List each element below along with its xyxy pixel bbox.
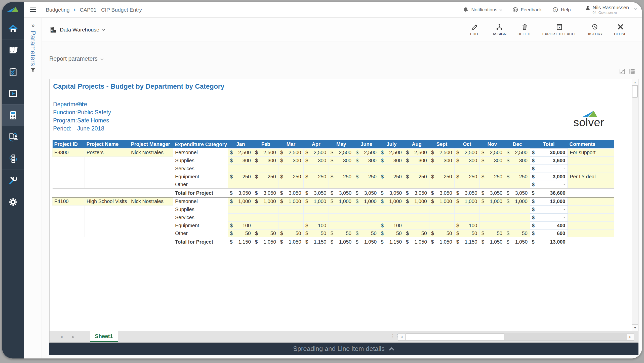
- scroll-left-button[interactable]: ◂: [398, 333, 405, 340]
- meta-value[interactable]: June 2018: [77, 124, 104, 133]
- amount-cell-feb[interactable]: $50: [253, 229, 278, 238]
- amount-cell-apr[interactable]: $1,000: [304, 197, 329, 205]
- amount-cell-aug[interactable]: [404, 221, 429, 229]
- sidebar-item-reports-binders[interactable]: [2, 39, 24, 61]
- amount-cell-dec[interactable]: [505, 164, 530, 173]
- amount-cell-feb[interactable]: $300: [253, 156, 278, 164]
- meta-value[interactable]: Safe Homes: [77, 116, 109, 124]
- amount-cell-apr[interactable]: $50: [304, 229, 329, 238]
- vertical-scrollbar[interactable]: ▲ ▼: [632, 79, 638, 331]
- delete-button[interactable]: DELETE: [517, 23, 532, 36]
- amount-cell-dec[interactable]: [505, 221, 530, 229]
- amount-cell-may[interactable]: [329, 164, 354, 173]
- edit-button[interactable]: EDIT: [467, 23, 482, 36]
- amount-cell-sept[interactable]: $2,500: [429, 148, 455, 156]
- amount-cell-july[interactable]: $50: [379, 229, 404, 238]
- amount-cell-sept[interactable]: $50: [429, 229, 455, 238]
- spreading-details-expander[interactable]: Spreading and Line item details: [49, 343, 638, 355]
- amount-cell-dec[interactable]: [505, 205, 530, 213]
- help-button[interactable]: ? Help: [552, 7, 571, 13]
- grid-view-icon[interactable]: [629, 68, 635, 75]
- amount-cell-apr[interactable]: [304, 181, 329, 189]
- amount-cell-jan[interactable]: $2,500: [228, 148, 253, 156]
- amount-cell-oct[interactable]: $2,500: [455, 148, 480, 156]
- amount-cell-oct[interactable]: $100: [455, 221, 480, 229]
- amount-cell-sept[interactable]: $300: [429, 156, 455, 164]
- amount-cell-nov[interactable]: $2,500: [480, 148, 505, 156]
- comment-cell[interactable]: [568, 213, 614, 221]
- amount-cell-oct[interactable]: $250: [455, 173, 480, 181]
- amount-cell-mar[interactable]: $50: [278, 229, 304, 238]
- amount-cell-oct[interactable]: $50: [455, 229, 480, 238]
- amount-cell-apr[interactable]: [304, 213, 329, 221]
- amount-cell-may[interactable]: $300: [329, 156, 354, 164]
- amount-cell-dec[interactable]: [505, 181, 530, 189]
- amount-cell-dec[interactable]: $2,500: [505, 148, 530, 156]
- amount-cell-sept[interactable]: [429, 164, 455, 173]
- amount-cell-mar[interactable]: $250: [278, 173, 304, 181]
- vertical-scroll-thumb[interactable]: [632, 86, 638, 97]
- amount-cell-jan[interactable]: [228, 205, 253, 213]
- amount-cell-june[interactable]: [354, 221, 379, 229]
- amount-cell-aug[interactable]: $300: [404, 156, 429, 164]
- comment-cell[interactable]: [568, 181, 614, 189]
- sidebar-item-tasks-clipboard[interactable]: [2, 61, 24, 83]
- amount-cell-may[interactable]: [329, 221, 354, 229]
- amount-cell-nov[interactable]: [480, 205, 505, 213]
- amount-cell-july[interactable]: [379, 181, 404, 189]
- amount-cell-jan[interactable]: $50: [228, 229, 253, 238]
- breadcrumb-section[interactable]: Budgeting: [46, 7, 70, 13]
- meta-value[interactable]: Public Safety: [77, 108, 111, 116]
- amount-cell-june[interactable]: $1,000: [354, 197, 379, 205]
- comment-cell[interactable]: [568, 164, 614, 173]
- menu-hamburger-icon[interactable]: [30, 7, 36, 13]
- amount-cell-nov[interactable]: [480, 213, 505, 221]
- amount-cell-may[interactable]: [329, 213, 354, 221]
- amount-cell-aug[interactable]: [404, 213, 429, 221]
- project-id-cell[interactable]: F4100: [53, 197, 85, 205]
- amount-cell-nov[interactable]: [480, 181, 505, 189]
- amount-cell-oct[interactable]: $300: [455, 156, 480, 164]
- amount-cell-feb[interactable]: [253, 221, 278, 229]
- amount-cell-oct[interactable]: [455, 213, 480, 221]
- amount-cell-sept[interactable]: [429, 221, 455, 229]
- amount-cell-dec[interactable]: $250: [505, 173, 530, 181]
- project-manager-cell[interactable]: Nick Nostrales: [129, 197, 173, 205]
- amount-cell-apr[interactable]: [304, 164, 329, 173]
- scroll-down-button[interactable]: ▼: [632, 324, 638, 331]
- amount-cell-mar[interactable]: $2,500: [278, 148, 304, 156]
- amount-cell-apr[interactable]: $250: [304, 173, 329, 181]
- comment-cell[interactable]: [568, 197, 614, 205]
- comment-cell[interactable]: [568, 205, 614, 213]
- expand-parameters-chevron-icon[interactable]: »: [24, 22, 42, 29]
- amount-cell-july[interactable]: $250: [379, 173, 404, 181]
- amount-cell-feb[interactable]: [253, 164, 278, 173]
- amount-cell-dec[interactable]: $1,000: [505, 197, 530, 205]
- amount-cell-oct[interactable]: [455, 181, 480, 189]
- amount-cell-mar[interactable]: [278, 213, 304, 221]
- amount-cell-july[interactable]: $300: [379, 156, 404, 164]
- amount-cell-sept[interactable]: $1,000: [429, 197, 455, 205]
- amount-cell-mar[interactable]: $1,000: [278, 197, 304, 205]
- sidebar-item-playbook-presentation[interactable]: [2, 83, 24, 104]
- amount-cell-may[interactable]: $50: [329, 229, 354, 238]
- amount-cell-aug[interactable]: $2,500: [404, 148, 429, 156]
- amount-cell-may[interactable]: [329, 205, 354, 213]
- notifications-button[interactable]: Notifications: [463, 7, 502, 13]
- close-button[interactable]: CLOSE: [613, 23, 628, 36]
- sidebar-item-process-flow[interactable]: [2, 148, 24, 169]
- amount-cell-aug[interactable]: [404, 164, 429, 173]
- feedback-button[interactable]: Feedback: [512, 7, 542, 13]
- comment-cell[interactable]: Per LY deal: [568, 173, 614, 181]
- project-name-cell[interactable]: High School Visits: [85, 197, 129, 205]
- amount-cell-jan[interactable]: [228, 164, 253, 173]
- horizontal-scroll-thumb[interactable]: [406, 333, 504, 340]
- scroll-right-button[interactable]: ▸: [627, 333, 634, 340]
- amount-cell-sept[interactable]: [429, 205, 455, 213]
- amount-cell-mar[interactable]: [278, 181, 304, 189]
- amount-cell-nov[interactable]: $1,000: [480, 197, 505, 205]
- amount-cell-apr[interactable]: $300: [304, 156, 329, 164]
- sidebar-item-admin-tools[interactable]: [2, 169, 24, 191]
- amount-cell-nov[interactable]: $50: [480, 229, 505, 238]
- history-button[interactable]: HISTORY: [586, 23, 603, 36]
